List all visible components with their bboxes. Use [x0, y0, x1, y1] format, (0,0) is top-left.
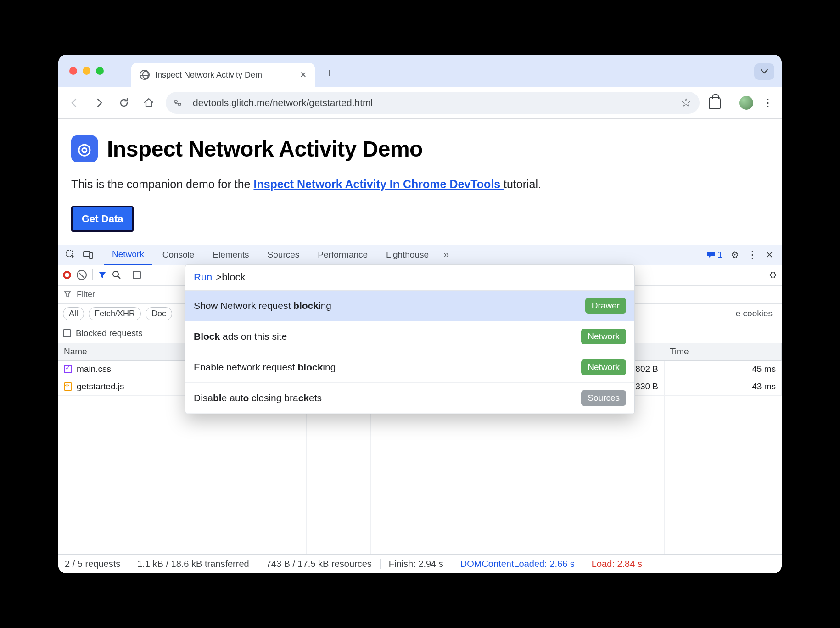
url-text: devtools.glitch.me/network/getstarted.ht… — [193, 97, 373, 108]
tab-elements[interactable]: Elements — [204, 245, 257, 265]
tab-title: Inspect Network Activity Dem — [155, 70, 262, 80]
chip-fetch-xhr[interactable]: Fetch/XHR — [89, 307, 141, 320]
divider — [127, 269, 127, 280]
intro-after: tutorial. — [504, 178, 541, 191]
minimize-window-button[interactable] — [83, 67, 90, 75]
new-tab-button[interactable]: ＋ — [321, 64, 338, 81]
inspect-element-icon[interactable] — [63, 250, 78, 259]
get-data-button[interactable]: Get Data — [71, 206, 134, 232]
search-icon[interactable] — [112, 270, 121, 280]
titlebar: Inspect Network Activity Dem ✕ ＋ — [58, 55, 782, 87]
page-title-text: Inspect Network Activity Demo — [107, 136, 423, 162]
browser-tab[interactable]: Inspect Network Activity Dem ✕ — [131, 63, 315, 87]
extensions-icon[interactable] — [709, 97, 721, 109]
window-controls — [69, 67, 104, 75]
fullscreen-window-button[interactable] — [96, 67, 104, 75]
chip-doc[interactable]: Doc — [146, 307, 172, 320]
back-button[interactable] — [67, 95, 82, 111]
col-time[interactable]: Time — [664, 343, 782, 360]
command-item-badge: Drawer — [585, 298, 626, 314]
divider — [730, 96, 730, 109]
site-info-button[interactable] — [174, 99, 186, 107]
divider — [100, 249, 100, 261]
status-finish: Finish: 2.94 s — [381, 559, 452, 569]
profile-avatar[interactable] — [739, 96, 753, 110]
devtools-close-icon[interactable]: ✕ — [762, 249, 777, 260]
devtools-more-icon[interactable]: ⋮ — [745, 249, 760, 261]
command-query: >block — [216, 271, 245, 283]
status-resources: 743 B / 17.5 kB resources — [258, 559, 381, 569]
command-menu: Run >block Show Network request blocking… — [185, 264, 635, 414]
issues-count: 1 — [717, 250, 722, 260]
tab-performance[interactable]: Performance — [309, 245, 376, 265]
stylesheet-icon — [64, 365, 72, 373]
bookmark-icon[interactable]: ☆ — [681, 95, 691, 110]
page-intro: This is the companion demo for the Inspe… — [71, 176, 769, 193]
divider — [92, 269, 93, 280]
svg-point-5 — [113, 271, 118, 277]
devtools-panel: Network Console Elements Sources Perform… — [58, 245, 782, 574]
home-button[interactable] — [141, 95, 157, 111]
tab-lighthouse[interactable]: Lighthouse — [378, 245, 437, 265]
status-requests: 2 / 5 requests — [65, 559, 129, 569]
toolbar: devtools.glitch.me/network/getstarted.ht… — [58, 87, 782, 119]
command-item-label: Show Network request blocking — [194, 300, 331, 311]
address-bar[interactable]: devtools.glitch.me/network/getstarted.ht… — [166, 92, 700, 114]
file-name: main.css — [77, 364, 111, 374]
network-status-bar: 2 / 5 requests 1.1 kB / 18.6 kB transfer… — [58, 554, 782, 573]
clear-button[interactable] — [77, 270, 87, 280]
close-tab-icon[interactable]: ✕ — [300, 70, 307, 80]
status-load: Load: 2.84 s — [583, 559, 650, 569]
svg-rect-0 — [174, 101, 177, 102]
svg-rect-1 — [178, 103, 181, 105]
tabs-overflow-icon[interactable]: » — [439, 249, 454, 261]
text-caret — [246, 271, 247, 283]
chip-all[interactable]: All — [63, 307, 84, 320]
file-time: 43 ms — [664, 378, 782, 395]
tab-sources[interactable]: Sources — [259, 245, 308, 265]
svg-rect-4 — [89, 253, 93, 258]
filter-toggle-icon[interactable] — [98, 271, 106, 279]
page-content: ◎ Inspect Network Activity Demo This is … — [58, 119, 782, 245]
devtools-settings-icon[interactable]: ⚙ — [727, 249, 743, 260]
filter-icon — [64, 291, 71, 298]
command-item[interactable]: Show Network request blockingDrawer — [185, 291, 634, 321]
issues-button[interactable]: 1 — [704, 250, 725, 260]
devtools-tabstrip: Network Console Elements Sources Perform… — [58, 245, 782, 265]
command-item-badge: Network — [581, 359, 626, 375]
tab-network[interactable]: Network — [104, 245, 152, 265]
file-name: getstarted.js — [77, 381, 124, 392]
tutorial-link[interactable]: Inspect Network Activity In Chrome DevTo… — [253, 178, 504, 191]
close-window-button[interactable] — [69, 67, 77, 75]
command-item-label: Disable auto closing brackets — [194, 392, 322, 404]
forward-button[interactable] — [91, 95, 107, 111]
tabs-dropdown-button[interactable] — [754, 63, 774, 80]
command-prefix: Run — [194, 271, 212, 283]
command-item[interactable]: Disable auto closing bracketsSources — [185, 383, 634, 414]
command-item-label: Enable network request blocking — [194, 362, 336, 373]
tab-console[interactable]: Console — [154, 245, 203, 265]
filter-placeholder: Filter — [77, 290, 95, 299]
browser-window: Inspect Network Activity Dem ✕ ＋ devtool… — [58, 55, 782, 573]
globe-icon — [140, 70, 150, 80]
reload-button[interactable] — [116, 95, 132, 111]
script-icon — [64, 382, 72, 391]
file-time: 45 ms — [664, 361, 782, 378]
command-item-badge: Network — [581, 329, 626, 344]
preserve-log-checkbox[interactable] — [133, 271, 141, 279]
intro-before: This is the companion demo for the — [71, 178, 253, 191]
page-heading: ◎ Inspect Network Activity Demo — [71, 135, 769, 162]
network-settings-icon[interactable]: ⚙ — [769, 269, 777, 280]
blocked-requests-checkbox[interactable] — [63, 329, 71, 337]
record-button[interactable] — [63, 271, 71, 279]
command-item[interactable]: Block ads on this siteNetwork — [185, 321, 634, 352]
toolbar-right: ⋮ — [709, 96, 773, 110]
command-item[interactable]: Enable network request blockingNetwork — [185, 352, 634, 383]
device-toolbar-icon[interactable] — [80, 251, 96, 259]
command-input[interactable]: Run >block — [185, 265, 634, 291]
command-item-label: Block ads on this site — [194, 331, 287, 342]
chrome-menu-icon[interactable]: ⋮ — [762, 96, 773, 109]
devtools-logo-icon: ◎ — [71, 135, 98, 162]
blocked-requests-label: Blocked requests — [76, 328, 143, 338]
status-domcontentloaded: DOMContentLoaded: 2.66 s — [452, 559, 583, 569]
